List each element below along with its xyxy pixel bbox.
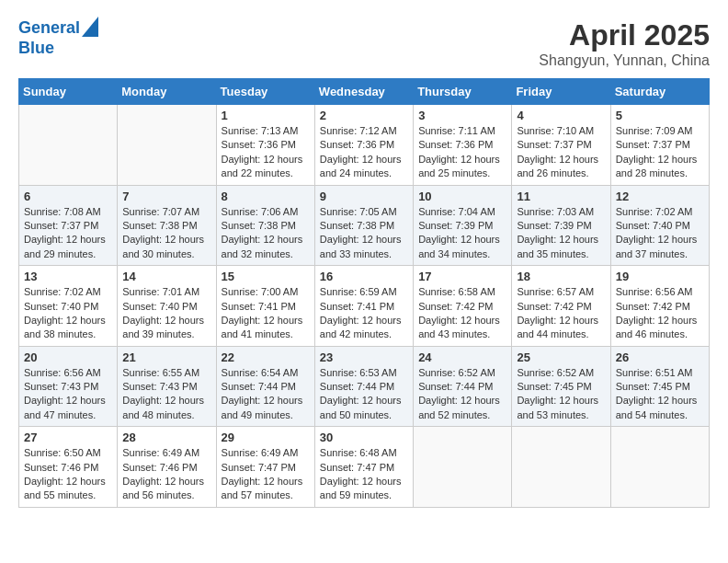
calendar-cell <box>414 427 512 508</box>
day-number: 11 <box>517 190 605 203</box>
title-block: April 2025 Shangyun, Yunnan, China <box>539 18 710 69</box>
day-info: Sunrise: 6:53 AMSunset: 7:44 PMDaylight:… <box>320 366 408 423</box>
day-number: 10 <box>418 190 506 203</box>
calendar-cell: 14Sunrise: 7:01 AMSunset: 7:40 PMDayligh… <box>118 266 216 347</box>
day-info: Sunrise: 6:51 AMSunset: 7:45 PMDaylight:… <box>616 366 704 423</box>
calendar-table: SundayMondayTuesdayWednesdayThursdayFrid… <box>18 78 710 508</box>
day-info: Sunrise: 6:54 AMSunset: 7:44 PMDaylight:… <box>222 366 310 423</box>
day-header-tuesday: Tuesday <box>216 79 314 105</box>
day-number: 3 <box>418 109 506 122</box>
day-number: 9 <box>320 190 408 203</box>
day-info: Sunrise: 6:58 AMSunset: 7:42 PMDaylight:… <box>418 285 506 342</box>
day-info: Sunrise: 6:49 AMSunset: 7:46 PMDaylight:… <box>122 446 210 503</box>
calendar-cell: 23Sunrise: 6:53 AMSunset: 7:44 PMDayligh… <box>314 346 413 427</box>
day-number: 30 <box>320 431 408 444</box>
page-header: General Blue April 2025 Shangyun, Yunnan… <box>18 18 710 69</box>
calendar-cell: 4Sunrise: 7:10 AMSunset: 7:37 PMDaylight… <box>512 105 610 186</box>
day-number: 25 <box>517 350 605 364</box>
day-header-thursday: Thursday <box>414 79 512 105</box>
day-info: Sunrise: 6:56 AMSunset: 7:42 PMDaylight:… <box>616 285 704 342</box>
logo-text-general: General <box>18 18 80 39</box>
day-info: Sunrise: 7:04 AMSunset: 7:39 PMDaylight:… <box>418 205 506 262</box>
calendar-cell: 26Sunrise: 6:51 AMSunset: 7:45 PMDayligh… <box>610 346 709 427</box>
calendar-cell: 2Sunrise: 7:12 AMSunset: 7:36 PMDaylight… <box>314 105 413 186</box>
day-info: Sunrise: 7:12 AMSunset: 7:36 PMDaylight:… <box>320 124 408 181</box>
calendar-cell: 20Sunrise: 6:56 AMSunset: 7:43 PMDayligh… <box>19 346 118 427</box>
calendar-cell: 17Sunrise: 6:58 AMSunset: 7:42 PMDayligh… <box>414 266 512 347</box>
calendar-cell: 27Sunrise: 6:50 AMSunset: 7:46 PMDayligh… <box>19 427 118 508</box>
day-number: 29 <box>222 431 310 444</box>
calendar-cell: 10Sunrise: 7:04 AMSunset: 7:39 PMDayligh… <box>414 185 512 266</box>
day-number: 19 <box>616 270 704 283</box>
day-info: Sunrise: 7:02 AMSunset: 7:40 PMDaylight:… <box>616 205 704 262</box>
day-info: Sunrise: 7:03 AMSunset: 7:39 PMDaylight:… <box>517 205 605 262</box>
day-info: Sunrise: 7:07 AMSunset: 7:38 PMDaylight:… <box>122 205 210 262</box>
day-number: 1 <box>222 109 310 122</box>
calendar-cell: 16Sunrise: 6:59 AMSunset: 7:41 PMDayligh… <box>314 266 413 347</box>
calendar-week-1: 1Sunrise: 7:13 AMSunset: 7:36 PMDaylight… <box>19 105 710 186</box>
day-number: 4 <box>517 109 605 122</box>
day-number: 27 <box>24 431 112 444</box>
calendar-week-3: 13Sunrise: 7:02 AMSunset: 7:40 PMDayligh… <box>19 266 710 347</box>
calendar-cell: 28Sunrise: 6:49 AMSunset: 7:46 PMDayligh… <box>118 427 216 508</box>
day-number: 16 <box>320 270 408 283</box>
day-info: Sunrise: 7:00 AMSunset: 7:41 PMDaylight:… <box>222 285 310 342</box>
logo-text-blue: Blue <box>18 39 54 59</box>
calendar-cell: 3Sunrise: 7:11 AMSunset: 7:36 PMDaylight… <box>414 105 512 186</box>
day-info: Sunrise: 6:52 AMSunset: 7:45 PMDaylight:… <box>517 366 605 423</box>
day-number: 21 <box>122 350 210 364</box>
day-info: Sunrise: 6:52 AMSunset: 7:44 PMDaylight:… <box>418 366 506 423</box>
day-info: Sunrise: 7:06 AMSunset: 7:38 PMDaylight:… <box>222 205 310 262</box>
day-number: 7 <box>122 190 210 203</box>
calendar-cell: 21Sunrise: 6:55 AMSunset: 7:43 PMDayligh… <box>118 346 216 427</box>
logo-icon <box>82 17 98 37</box>
day-info: Sunrise: 6:50 AMSunset: 7:46 PMDaylight:… <box>24 446 112 503</box>
calendar-cell <box>19 105 118 186</box>
calendar-cell: 18Sunrise: 6:57 AMSunset: 7:42 PMDayligh… <box>512 266 610 347</box>
day-header-sunday: Sunday <box>19 79 118 105</box>
calendar-cell: 8Sunrise: 7:06 AMSunset: 7:38 PMDaylight… <box>216 185 314 266</box>
day-number: 23 <box>320 350 408 364</box>
calendar-week-4: 20Sunrise: 6:56 AMSunset: 7:43 PMDayligh… <box>19 346 710 427</box>
day-info: Sunrise: 7:08 AMSunset: 7:37 PMDaylight:… <box>24 205 112 262</box>
day-info: Sunrise: 7:09 AMSunset: 7:37 PMDaylight:… <box>616 124 704 181</box>
day-number: 8 <box>222 190 310 203</box>
day-info: Sunrise: 7:11 AMSunset: 7:36 PMDaylight:… <box>418 124 506 181</box>
svg-marker-0 <box>82 17 98 37</box>
calendar-week-5: 27Sunrise: 6:50 AMSunset: 7:46 PMDayligh… <box>19 427 710 508</box>
day-header-friday: Friday <box>512 79 610 105</box>
day-info: Sunrise: 7:10 AMSunset: 7:37 PMDaylight:… <box>517 124 605 181</box>
calendar-cell: 30Sunrise: 6:48 AMSunset: 7:47 PMDayligh… <box>314 427 413 508</box>
month-title: April 2025 <box>539 18 710 52</box>
calendar-cell: 6Sunrise: 7:08 AMSunset: 7:37 PMDaylight… <box>19 185 118 266</box>
day-info: Sunrise: 6:55 AMSunset: 7:43 PMDaylight:… <box>122 366 210 423</box>
day-number: 18 <box>517 270 605 283</box>
calendar-cell: 12Sunrise: 7:02 AMSunset: 7:40 PMDayligh… <box>610 185 709 266</box>
day-number: 2 <box>320 109 408 122</box>
day-header-monday: Monday <box>118 79 216 105</box>
day-info: Sunrise: 6:56 AMSunset: 7:43 PMDaylight:… <box>24 366 112 423</box>
calendar-cell: 13Sunrise: 7:02 AMSunset: 7:40 PMDayligh… <box>19 266 118 347</box>
day-number: 13 <box>24 270 112 283</box>
calendar-cell: 25Sunrise: 6:52 AMSunset: 7:45 PMDayligh… <box>512 346 610 427</box>
day-info: Sunrise: 7:13 AMSunset: 7:36 PMDaylight:… <box>222 124 310 181</box>
day-header-wednesday: Wednesday <box>314 79 413 105</box>
calendar-cell: 19Sunrise: 6:56 AMSunset: 7:42 PMDayligh… <box>610 266 709 347</box>
day-info: Sunrise: 7:01 AMSunset: 7:40 PMDaylight:… <box>122 285 210 342</box>
day-info: Sunrise: 6:48 AMSunset: 7:47 PMDaylight:… <box>320 446 408 503</box>
calendar-cell: 15Sunrise: 7:00 AMSunset: 7:41 PMDayligh… <box>216 266 314 347</box>
calendar-cell: 24Sunrise: 6:52 AMSunset: 7:44 PMDayligh… <box>414 346 512 427</box>
calendar-cell: 7Sunrise: 7:07 AMSunset: 7:38 PMDaylight… <box>118 185 216 266</box>
calendar-cell: 1Sunrise: 7:13 AMSunset: 7:36 PMDaylight… <box>216 105 314 186</box>
calendar-cell: 5Sunrise: 7:09 AMSunset: 7:37 PMDaylight… <box>610 105 709 186</box>
day-number: 5 <box>616 109 704 122</box>
day-number: 24 <box>418 350 506 364</box>
day-number: 17 <box>418 270 506 283</box>
calendar-cell <box>512 427 610 508</box>
day-info: Sunrise: 6:49 AMSunset: 7:47 PMDaylight:… <box>222 446 310 503</box>
day-info: Sunrise: 7:05 AMSunset: 7:38 PMDaylight:… <box>320 205 408 262</box>
day-number: 14 <box>122 270 210 283</box>
day-number: 15 <box>222 270 310 283</box>
logo: General Blue <box>18 18 98 58</box>
calendar-cell: 22Sunrise: 6:54 AMSunset: 7:44 PMDayligh… <box>216 346 314 427</box>
